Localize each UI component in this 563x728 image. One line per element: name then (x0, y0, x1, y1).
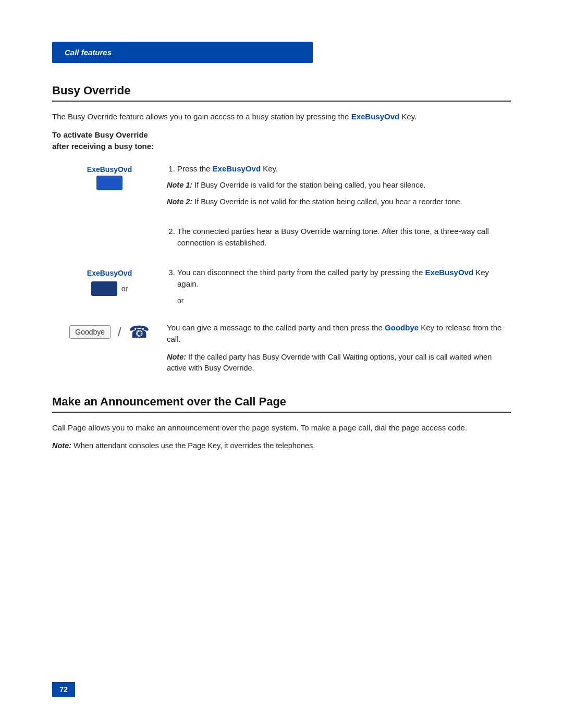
step3-final-note: Note: If the called party has Busy Overr… (167, 352, 511, 375)
goodbye-row: Goodbye / ☎ You can give a message to th… (52, 322, 511, 380)
section1-intro-key: ExeBusyOvd (351, 112, 400, 121)
step3-list: You can disconnect the third party from … (167, 267, 511, 290)
step1-note2-bold: Note 2: (167, 198, 192, 206)
step3-final-note-text: If the called party has Busy Override wi… (167, 353, 492, 373)
step3-key-button (91, 281, 117, 296)
goodbye-prefix: You can give a message to the called par… (167, 323, 385, 332)
section1-title: Busy Override (52, 84, 511, 102)
header-banner-text: Call features (65, 48, 112, 57)
step3-prefix: You can disconnect the third party from … (177, 268, 425, 277)
step1-list: Press the ExeBusyOvd Key. (167, 163, 511, 175)
step2-list: The connected parties hear a Busy Overri… (167, 226, 511, 249)
step1-note1-text: If Busy Override is valid for the statio… (192, 181, 425, 189)
step3-final-note-bold: Note: (167, 353, 186, 361)
section2-note: Note: When attendant consoles use the Pa… (52, 440, 511, 452)
section2-para1: Call Page allows you to make an announce… (52, 422, 511, 434)
step1-row: ExeBusyOvd Press the ExeBusyOvd Key. Not… (52, 163, 511, 213)
step1-key-highlight: ExeBusyOvd (213, 164, 261, 173)
step3-key-highlight: ExeBusyOvd (425, 268, 474, 277)
step2-right: The connected parties hear a Busy Overri… (167, 226, 511, 254)
step3-key-label: ExeBusyOvd (87, 269, 132, 277)
section2-note-text: When attendant consoles use the Page Key… (71, 441, 315, 450)
step1-item: Press the ExeBusyOvd Key. (177, 163, 511, 175)
step2-left (52, 226, 167, 228)
step1-note1: Note 1: If Busy Override is valid for th… (167, 180, 511, 191)
page-number: 72 (59, 685, 68, 694)
goodbye-key-button: Goodbye (69, 325, 111, 339)
step3-key-or-row: or (91, 281, 128, 296)
instruction-label-line2: after receiving a busy tone: (52, 141, 511, 153)
step3-left: ExeBusyOvd or (52, 267, 167, 296)
goodbye-key-highlight: Goodbye (385, 323, 419, 332)
step1-prefix: Press the (177, 164, 213, 173)
step3-or-below: or (167, 295, 511, 306)
page-container: Call features Busy Override The Busy Ove… (0, 0, 563, 728)
goodbye-right: You can give a message to the called par… (167, 322, 511, 380)
section1-intro-text: The Busy Override feature allows you to … (52, 112, 351, 121)
step1-left: ExeBusyOvd (52, 163, 167, 190)
step1-key-button (96, 176, 123, 190)
step1-note1-bold: Note 1: (167, 181, 192, 189)
step3-or-label: or (121, 285, 128, 293)
section1-intro: The Busy Override feature allows you to … (52, 111, 511, 123)
goodbye-text: You can give a message to the called par… (167, 322, 511, 346)
phone-handset-icon: ☎ (129, 322, 150, 342)
header-banner: Call features (52, 42, 313, 63)
instruction-label-line1: To activate Busy Override (52, 129, 511, 141)
step2-row: The connected parties hear a Busy Overri… (52, 226, 511, 254)
step1-note2-text: If Busy Override is not valid for the st… (192, 198, 462, 206)
step1-note2: Note 2: If Busy Override is not valid fo… (167, 196, 511, 208)
step2-item: The connected parties hear a Busy Overri… (177, 226, 511, 249)
goodbye-left: Goodbye / ☎ (52, 322, 167, 342)
step1-key-label: ExeBusyOvd (87, 165, 132, 174)
section1-intro-end: Key. (399, 112, 417, 121)
step3-row: ExeBusyOvd or You can disconnect the thi… (52, 267, 511, 310)
section2-title: Make an Announcement over the Call Page (52, 395, 511, 413)
section2-note-bold: Note: (52, 441, 71, 450)
step1-suffix: Key. (261, 164, 278, 173)
step3-item: You can disconnect the third party from … (177, 267, 511, 290)
goodbye-key-container: Goodbye / ☎ (69, 322, 150, 342)
step1-right: Press the ExeBusyOvd Key. Note 1: If Bus… (167, 163, 511, 213)
page-number-box: 72 (52, 682, 75, 697)
slash-divider: / (118, 325, 121, 339)
step3-right: You can disconnect the third party from … (167, 267, 511, 310)
